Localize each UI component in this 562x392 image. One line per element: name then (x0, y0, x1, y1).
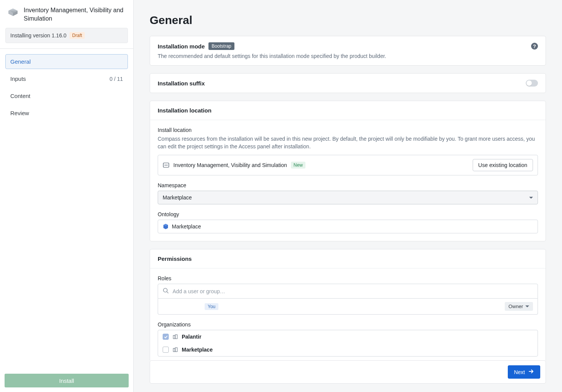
permissions-title: Permissions (158, 255, 192, 262)
svg-rect-7 (175, 348, 177, 352)
org-row-palantir[interactable]: Palantir (158, 330, 538, 343)
nav-general[interactable]: General (5, 54, 128, 69)
version-text: Installing version 1.16.0 (10, 32, 66, 39)
card-installation-mode: Installation mode Bootstrap ? The recomm… (150, 36, 546, 66)
new-badge: New (291, 162, 305, 169)
you-chip: You (205, 303, 218, 310)
sidebar-nav: General Inputs 0 / 11 Content Review (0, 54, 133, 120)
svg-line-3 (167, 292, 168, 293)
sidebar-divider (0, 48, 133, 49)
svg-rect-5 (175, 335, 177, 339)
card-installation-location: Installation location Install location C… (150, 101, 546, 241)
use-existing-location-button[interactable]: Use existing location (473, 159, 533, 171)
org-checkbox-marketplace[interactable] (163, 347, 169, 353)
install-location-row: Inventory Management, Visibility and Sim… (158, 155, 538, 175)
ontology-value: Marketplace (172, 223, 201, 230)
project-icon (163, 162, 170, 169)
svg-point-2 (163, 288, 167, 292)
card-permissions: Permissions Roles You Owner (150, 249, 546, 360)
arrow-right-icon (528, 368, 534, 376)
nav-label: Content (10, 93, 31, 99)
install-location-title: Installation location (158, 107, 212, 114)
install-loc-help: Compass resources from the installation … (158, 135, 538, 150)
roles-search[interactable] (158, 284, 538, 299)
next-label: Next (514, 369, 525, 375)
nav-content[interactable]: Content (5, 88, 128, 103)
orgs-label: Organizations (158, 321, 538, 328)
org-icon (173, 347, 178, 352)
nav-label: Inputs (10, 76, 26, 82)
main: General Installation mode Bootstrap ? Th… (134, 0, 562, 392)
install-mode-description: The recommended and default settings for… (158, 53, 538, 59)
install-button[interactable]: Install (5, 374, 129, 387)
org-checkbox-palantir[interactable] (163, 334, 169, 340)
roles-search-input[interactable] (173, 288, 533, 294)
product-icon (7, 6, 19, 18)
help-icon[interactable]: ? (531, 43, 538, 50)
nav-inputs[interactable]: Inputs 0 / 11 (5, 71, 128, 86)
install-suffix-title: Installation suffix (158, 80, 205, 87)
nav-label: Review (10, 110, 29, 116)
version-bar: Installing version 1.16.0 Draft (5, 28, 128, 43)
install-loc-label: Install location (158, 127, 538, 133)
cube-icon (163, 223, 169, 230)
svg-rect-4 (173, 336, 175, 339)
card-installation-suffix: Installation suffix (150, 73, 546, 93)
install-mode-title: Installation mode (158, 43, 205, 50)
sidebar-header: Inventory Management, Visibility and Sim… (0, 0, 133, 28)
chevron-down-icon (529, 197, 533, 199)
org-list: Palantir Marketplace (158, 330, 538, 357)
sidebar: Inventory Management, Visibility and Sim… (0, 0, 134, 392)
ontology-field[interactable]: Marketplace (158, 220, 538, 233)
owner-select[interactable]: Owner (505, 302, 533, 311)
namespace-label: Namespace (158, 182, 538, 188)
install-location-name: Inventory Management, Visibility and Sim… (173, 162, 287, 168)
main-scroll[interactable]: General Installation mode Bootstrap ? Th… (134, 0, 562, 360)
org-name: Palantir (182, 334, 201, 340)
org-row-marketplace[interactable]: Marketplace (158, 343, 538, 356)
nav-review[interactable]: Review (5, 106, 128, 120)
ontology-label: Ontology (158, 211, 538, 217)
org-name: Marketplace (182, 347, 213, 353)
role-row-you: You Owner (158, 299, 538, 315)
next-button[interactable]: Next (508, 365, 540, 379)
svg-rect-6 (173, 349, 175, 352)
draft-badge: Draft (69, 32, 85, 39)
search-icon (163, 288, 169, 295)
roles-label: Roles (158, 275, 538, 281)
namespace-select[interactable]: Marketplace (158, 191, 538, 204)
org-icon (173, 334, 178, 339)
footer-bar: Next (150, 360, 546, 384)
nav-count: 0 / 11 (110, 76, 123, 82)
install-suffix-toggle[interactable] (526, 80, 538, 87)
namespace-value: Marketplace (163, 194, 192, 201)
product-title: Inventory Management, Visibility and Sim… (24, 6, 126, 22)
nav-label: General (10, 58, 31, 65)
owner-label: Owner (509, 304, 523, 309)
page-title: General (150, 14, 546, 27)
bootstrap-badge: Bootstrap (208, 42, 234, 50)
chevron-down-icon (525, 305, 529, 307)
